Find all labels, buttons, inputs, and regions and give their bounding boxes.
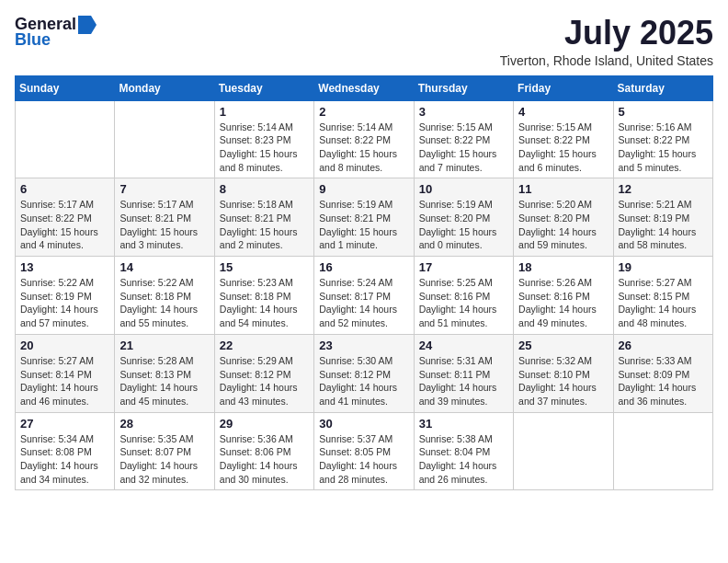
weekday-header-friday: Friday bbox=[514, 75, 613, 100]
day-info: Sunrise: 5:16 AM Sunset: 8:22 PM Dayligh… bbox=[619, 121, 708, 175]
day-info: Sunrise: 5:14 AM Sunset: 8:22 PM Dayligh… bbox=[319, 121, 408, 175]
day-number: 13 bbox=[20, 260, 109, 274]
calendar-cell: 27Sunrise: 5:34 AM Sunset: 8:08 PM Dayli… bbox=[16, 412, 115, 490]
day-number: 15 bbox=[220, 260, 309, 274]
day-info: Sunrise: 5:30 AM Sunset: 8:12 PM Dayligh… bbox=[319, 354, 408, 408]
day-info: Sunrise: 5:31 AM Sunset: 8:11 PM Dayligh… bbox=[419, 354, 508, 408]
weekday-header-sunday: Sunday bbox=[16, 75, 115, 100]
logo: General Blue bbox=[15, 15, 97, 50]
calendar-cell: 10Sunrise: 5:19 AM Sunset: 8:20 PM Dayli… bbox=[414, 178, 513, 257]
day-number: 19 bbox=[619, 260, 708, 274]
week-row-2: 6Sunrise: 5:17 AM Sunset: 8:22 PM Daylig… bbox=[16, 178, 713, 257]
day-number: 24 bbox=[419, 339, 508, 352]
day-number: 27 bbox=[20, 417, 109, 431]
calendar-cell: 8Sunrise: 5:18 AM Sunset: 8:21 PM Daylig… bbox=[214, 178, 313, 257]
day-info: Sunrise: 5:24 AM Sunset: 8:17 PM Dayligh… bbox=[319, 276, 408, 330]
calendar-cell: 22Sunrise: 5:29 AM Sunset: 8:12 PM Dayli… bbox=[214, 334, 313, 412]
day-number: 1 bbox=[220, 105, 309, 119]
day-number: 22 bbox=[220, 339, 309, 352]
day-info: Sunrise: 5:19 AM Sunset: 8:21 PM Dayligh… bbox=[319, 198, 408, 252]
day-info: Sunrise: 5:36 AM Sunset: 8:06 PM Dayligh… bbox=[220, 432, 309, 487]
day-info: Sunrise: 5:14 AM Sunset: 8:23 PM Dayligh… bbox=[220, 121, 309, 175]
day-info: Sunrise: 5:23 AM Sunset: 8:18 PM Dayligh… bbox=[220, 276, 309, 330]
calendar-cell: 7Sunrise: 5:17 AM Sunset: 8:21 PM Daylig… bbox=[115, 178, 214, 257]
day-number: 2 bbox=[319, 105, 408, 119]
title-area: July 2025 Tiverton, Rhode Island, United… bbox=[500, 15, 713, 68]
day-info: Sunrise: 5:38 AM Sunset: 8:04 PM Dayligh… bbox=[419, 432, 508, 487]
day-info: Sunrise: 5:15 AM Sunset: 8:22 PM Dayligh… bbox=[419, 121, 508, 175]
day-number: 29 bbox=[220, 417, 309, 431]
weekday-header-thursday: Thursday bbox=[414, 75, 513, 100]
calendar-cell: 15Sunrise: 5:23 AM Sunset: 8:18 PM Dayli… bbox=[214, 257, 313, 335]
calendar-cell: 5Sunrise: 5:16 AM Sunset: 8:22 PM Daylig… bbox=[613, 100, 712, 178]
calendar-cell bbox=[613, 412, 712, 490]
day-number: 31 bbox=[419, 417, 508, 431]
calendar-cell: 20Sunrise: 5:27 AM Sunset: 8:14 PM Dayli… bbox=[16, 334, 115, 412]
day-number: 20 bbox=[20, 339, 109, 352]
calendar-cell: 3Sunrise: 5:15 AM Sunset: 8:22 PM Daylig… bbox=[414, 100, 513, 178]
calendar-cell: 2Sunrise: 5:14 AM Sunset: 8:22 PM Daylig… bbox=[314, 100, 414, 178]
day-number: 30 bbox=[319, 417, 408, 431]
day-number: 14 bbox=[119, 260, 209, 274]
weekday-header-wednesday: Wednesday bbox=[314, 75, 414, 100]
calendar-cell: 21Sunrise: 5:28 AM Sunset: 8:13 PM Dayli… bbox=[115, 334, 214, 412]
calendar-cell: 11Sunrise: 5:20 AM Sunset: 8:20 PM Dayli… bbox=[514, 178, 613, 257]
location: Tiverton, Rhode Island, United States bbox=[500, 53, 713, 68]
day-number: 23 bbox=[319, 339, 408, 352]
day-number: 18 bbox=[518, 260, 608, 274]
week-row-1: 1Sunrise: 5:14 AM Sunset: 8:23 PM Daylig… bbox=[16, 100, 713, 178]
weekday-header-saturday: Saturday bbox=[613, 75, 712, 100]
day-number: 5 bbox=[619, 105, 708, 119]
day-info: Sunrise: 5:26 AM Sunset: 8:16 PM Dayligh… bbox=[518, 276, 608, 330]
calendar-cell: 18Sunrise: 5:26 AM Sunset: 8:16 PM Dayli… bbox=[514, 257, 613, 335]
day-info: Sunrise: 5:35 AM Sunset: 8:07 PM Dayligh… bbox=[119, 432, 209, 487]
svg-marker-0 bbox=[78, 16, 97, 34]
weekday-header-row: SundayMondayTuesdayWednesdayThursdayFrid… bbox=[16, 75, 713, 100]
calendar-cell: 29Sunrise: 5:36 AM Sunset: 8:06 PM Dayli… bbox=[214, 412, 313, 490]
calendar-cell bbox=[16, 100, 115, 178]
day-number: 9 bbox=[319, 182, 408, 196]
day-info: Sunrise: 5:22 AM Sunset: 8:18 PM Dayligh… bbox=[119, 276, 209, 330]
day-number: 28 bbox=[119, 417, 209, 431]
day-info: Sunrise: 5:25 AM Sunset: 8:16 PM Dayligh… bbox=[419, 276, 508, 330]
calendar-cell: 17Sunrise: 5:25 AM Sunset: 8:16 PM Dayli… bbox=[414, 257, 513, 335]
day-number: 4 bbox=[518, 105, 608, 119]
day-info: Sunrise: 5:32 AM Sunset: 8:10 PM Dayligh… bbox=[518, 354, 608, 408]
calendar-cell: 25Sunrise: 5:32 AM Sunset: 8:10 PM Dayli… bbox=[514, 334, 613, 412]
day-info: Sunrise: 5:17 AM Sunset: 8:21 PM Dayligh… bbox=[119, 198, 209, 252]
calendar-cell bbox=[115, 100, 214, 178]
calendar-cell bbox=[514, 412, 613, 490]
day-number: 26 bbox=[619, 339, 708, 352]
week-row-5: 27Sunrise: 5:34 AM Sunset: 8:08 PM Dayli… bbox=[16, 412, 713, 490]
day-info: Sunrise: 5:27 AM Sunset: 8:14 PM Dayligh… bbox=[20, 354, 109, 408]
day-number: 10 bbox=[419, 182, 508, 196]
calendar-cell: 23Sunrise: 5:30 AM Sunset: 8:12 PM Dayli… bbox=[314, 334, 414, 412]
calendar-cell: 19Sunrise: 5:27 AM Sunset: 8:15 PM Dayli… bbox=[613, 257, 712, 335]
week-row-4: 20Sunrise: 5:27 AM Sunset: 8:14 PM Dayli… bbox=[16, 334, 713, 412]
day-number: 12 bbox=[619, 182, 708, 196]
calendar-cell: 4Sunrise: 5:15 AM Sunset: 8:22 PM Daylig… bbox=[514, 100, 613, 178]
day-info: Sunrise: 5:29 AM Sunset: 8:12 PM Dayligh… bbox=[220, 354, 309, 408]
calendar: SundayMondayTuesdayWednesdayThursdayFrid… bbox=[15, 75, 713, 491]
day-info: Sunrise: 5:28 AM Sunset: 8:13 PM Dayligh… bbox=[119, 354, 209, 408]
calendar-cell: 9Sunrise: 5:19 AM Sunset: 8:21 PM Daylig… bbox=[314, 178, 414, 257]
day-info: Sunrise: 5:19 AM Sunset: 8:20 PM Dayligh… bbox=[419, 198, 508, 252]
day-info: Sunrise: 5:37 AM Sunset: 8:05 PM Dayligh… bbox=[319, 432, 408, 487]
day-number: 7 bbox=[119, 182, 209, 196]
day-info: Sunrise: 5:17 AM Sunset: 8:22 PM Dayligh… bbox=[20, 198, 109, 252]
calendar-cell: 1Sunrise: 5:14 AM Sunset: 8:23 PM Daylig… bbox=[214, 100, 313, 178]
day-number: 3 bbox=[419, 105, 508, 119]
calendar-cell: 13Sunrise: 5:22 AM Sunset: 8:19 PM Dayli… bbox=[16, 257, 115, 335]
header: General Blue July 2025 Tiverton, Rhode I… bbox=[15, 15, 713, 68]
calendar-cell: 12Sunrise: 5:21 AM Sunset: 8:19 PM Dayli… bbox=[613, 178, 712, 257]
day-info: Sunrise: 5:27 AM Sunset: 8:15 PM Dayligh… bbox=[619, 276, 708, 330]
calendar-cell: 14Sunrise: 5:22 AM Sunset: 8:18 PM Dayli… bbox=[115, 257, 214, 335]
logo-blue-text: Blue bbox=[15, 30, 51, 50]
day-info: Sunrise: 5:22 AM Sunset: 8:19 PM Dayligh… bbox=[20, 276, 109, 330]
calendar-cell: 6Sunrise: 5:17 AM Sunset: 8:22 PM Daylig… bbox=[16, 178, 115, 257]
day-number: 17 bbox=[419, 260, 508, 274]
day-number: 21 bbox=[119, 339, 209, 352]
calendar-cell: 28Sunrise: 5:35 AM Sunset: 8:07 PM Dayli… bbox=[115, 412, 214, 490]
day-info: Sunrise: 5:15 AM Sunset: 8:22 PM Dayligh… bbox=[518, 121, 608, 175]
calendar-cell: 24Sunrise: 5:31 AM Sunset: 8:11 PM Dayli… bbox=[414, 334, 513, 412]
